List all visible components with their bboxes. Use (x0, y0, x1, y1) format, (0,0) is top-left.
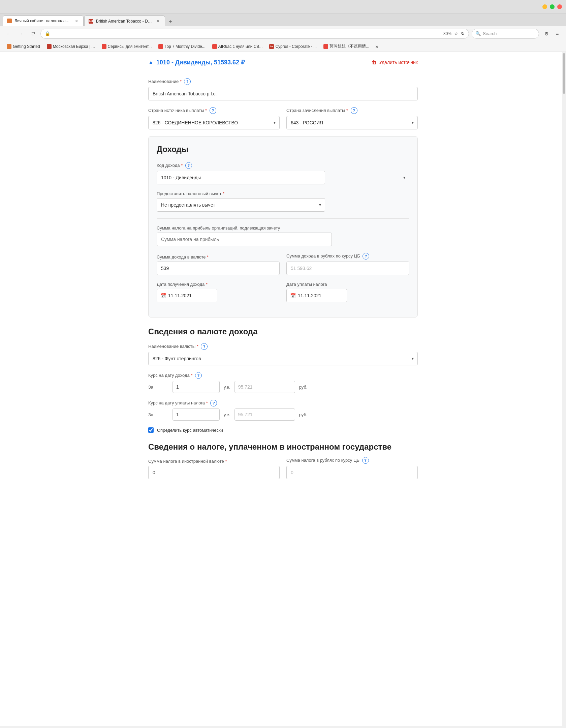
bookmark-mo-label: 莫叫姐姐《不该用情... (329, 43, 369, 49)
bookmark-emitent-label: Сервисы для эмитент... (108, 44, 152, 49)
credit-country-select[interactable]: 643 - РОССИЯ (286, 116, 418, 129)
calendar-icon-2: 📅 (290, 293, 296, 298)
source-country-help-icon[interactable]: ? (210, 107, 216, 114)
tax-foreign-input[interactable] (148, 466, 280, 479)
income-code-select-wrapper: 1010 - Дивиденды (157, 171, 409, 184)
section-title-text: 1010 - Дивиденды, 51593.62 ₽ (156, 59, 245, 66)
section-header: ▲ 1010 - Дивиденды, 51593.62 ₽ 🗑 Удалить… (148, 59, 418, 70)
income-rub-help-icon[interactable]: ? (363, 253, 369, 260)
rate-per-label-1: За (148, 385, 168, 390)
maximize-button[interactable] (550, 4, 555, 9)
bookmark-emitent[interactable]: Сервисы для эмитент... (99, 43, 155, 50)
page-content: ▲ 1010 - Дивиденды, 51593.62 ₽ 🗑 Удалить… (0, 52, 566, 726)
rate-income-field-group: Курс на дату дохода * ? За у.е. 95.721 р… (148, 372, 418, 393)
bookmark-getting-started[interactable]: Getting Started (4, 43, 43, 50)
rate-income-label: Курс на дату дохода * ? (148, 372, 418, 379)
rate-income-quantity-input[interactable] (172, 381, 220, 393)
currency-section-title: Сведения о валюте дохода (148, 327, 418, 336)
rate-rub-label-1: руб. (299, 385, 308, 390)
income-currency-label: Сумма дохода в валюте * (157, 254, 280, 260)
income-date-label: Дата получения дохода * (157, 282, 280, 287)
extensions-icon[interactable]: ⚙ (542, 29, 551, 38)
income-rub-input (286, 262, 409, 275)
foreign-tax-section: Сведения о налоге, уплаченном в иностран… (148, 442, 418, 486)
rate-income-help-icon[interactable]: ? (195, 372, 202, 379)
tax-offset-input[interactable] (157, 233, 332, 246)
source-country-select[interactable]: 826 - СОЕДИНЕННОЕ КОРОЛЕВСТВО (148, 116, 280, 129)
tax-rub-label: Сумма налога в рублях по курсу ЦБ ? (286, 457, 418, 464)
bookmarks-more-icon[interactable]: » (373, 42, 380, 51)
rate-income-value-display: 95.721 (234, 381, 295, 393)
income-currency-input[interactable] (157, 262, 280, 275)
bookmark-star-icon[interactable]: ☆ (454, 31, 458, 36)
tab-1-close[interactable]: ✕ (74, 18, 79, 24)
tab-1-label: Личный кабинет налогоплате... (14, 19, 71, 23)
rate-tax-quantity-input[interactable] (172, 408, 220, 421)
income-currency-field-group: Сумма дохода в валюте * (157, 254, 280, 275)
main-form-container: ▲ 1010 - Дивиденды, 51593.62 ₽ 🗑 Удалить… (138, 52, 428, 493)
country-field-row: Страна источника выплаты * ? 826 - СОЕДИ… (148, 107, 418, 136)
currency-select[interactable]: 826 - Фунт стерлингов (148, 352, 418, 365)
currency-name-label: Наименование валюты * ? (148, 343, 418, 350)
search-icon: 🔍 (475, 31, 481, 36)
auto-rate-checkbox[interactable] (148, 427, 154, 433)
bookmark-airbac[interactable]: AIR6ac с нуля или СВ... (210, 43, 265, 50)
deduction-label: Предоставить налоговый вычет * (157, 191, 409, 196)
back-button[interactable]: ← (4, 29, 13, 38)
tax-rub-help-icon[interactable]: ? (362, 457, 369, 464)
credit-country-help-icon[interactable]: ? (351, 107, 357, 114)
rate-tax-help-icon[interactable]: ? (210, 400, 217, 406)
bookmark-moex[interactable]: Московская Биржа | ... (44, 43, 98, 50)
rate-income-row: За у.е. 95.721 руб. (148, 381, 418, 393)
tab-2-favicon: bat (89, 19, 93, 24)
bookmark-top7[interactable]: Top 7 Monthly Divide... (156, 43, 208, 50)
rate-unit-label-2: у.е. (224, 412, 230, 417)
income-date-input[interactable]: 📅 11.11.2021 (157, 289, 217, 302)
name-input[interactable] (148, 87, 418, 100)
bookmark-mo[interactable]: 莫叫姐姐《不该用情... (321, 42, 372, 50)
collapse-chevron-icon[interactable]: ▲ (148, 59, 154, 65)
new-tab-button[interactable]: + (166, 17, 175, 26)
auto-rate-row: Определить курс автоматически (148, 427, 418, 433)
income-rub-field-group: Сумма дохода в рублях по курсу ЦБ ? (286, 253, 409, 275)
section-title-container: ▲ 1010 - Дивиденды, 51593.62 ₽ (148, 59, 245, 66)
search-bar[interactable]: 🔍 Search (472, 29, 539, 39)
deduction-select[interactable]: Не предоставлять вычет (157, 198, 325, 212)
foreign-tax-title: Сведения о налоге, уплаченном в иностран… (148, 442, 418, 452)
name-field-group: Наименование * ? (148, 78, 418, 100)
address-bar[interactable]: 🔒 80% ☆ ↻ (40, 29, 469, 39)
delete-source-button[interactable]: 🗑 Удалить источник (372, 59, 418, 65)
tax-date-input[interactable]: 📅 11.11.2021 (286, 289, 347, 302)
credit-country-select-wrapper: 643 - РОССИЯ (286, 116, 418, 129)
income-code-label: Код дохода * ? (157, 162, 409, 169)
reload-icon[interactable]: ↻ (461, 31, 465, 36)
rate-per-label-2: За (148, 412, 168, 417)
scrollbar-thumb[interactable] (563, 53, 565, 94)
close-button[interactable] (557, 4, 562, 9)
currency-help-icon[interactable]: ? (201, 343, 208, 350)
divider-1 (157, 218, 409, 219)
currency-name-field-group: Наименование валюты * ? 826 - Фунт стерл… (148, 343, 418, 365)
source-country-field-group: Страна источника выплаты * ? 826 - СОЕДИ… (148, 107, 280, 129)
scrollbar[interactable] (562, 52, 566, 726)
tab-2[interactable]: bat British American Tobacco - Divi... ✕ (84, 16, 165, 26)
tax-date-value: 11.11.2021 (298, 293, 321, 298)
title-bar (0, 0, 566, 13)
bookmark-cyprus[interactable]: bat Cyprus - Corporate - ... (266, 43, 319, 50)
menu-icon[interactable]: ≡ (553, 29, 562, 38)
forward-button[interactable]: → (16, 29, 26, 38)
income-code-select[interactable]: 1010 - Дивиденды (157, 171, 325, 184)
tab-1[interactable]: Личный кабинет налогоплате... ✕ (3, 16, 84, 26)
name-help-icon[interactable]: ? (184, 78, 191, 85)
tab-2-close[interactable]: ✕ (155, 19, 161, 24)
income-rub-label: Сумма дохода в рублях по курсу ЦБ ? (286, 253, 409, 260)
currency-select-wrapper: 826 - Фунт стерлингов (148, 352, 418, 365)
minimize-button[interactable] (542, 4, 547, 9)
source-country-select-wrapper: 826 - СОЕДИНЕННОЕ КОРОЛЕВСТВО (148, 116, 280, 129)
tab-2-label: British American Tobacco - Divi... (96, 19, 153, 24)
income-code-help-icon[interactable]: ? (185, 162, 192, 169)
tax-offset-field-group: Сумма налога на прибыль организаций, под… (157, 225, 409, 246)
tax-date-field-group: Дата уплаты налога 📅 11.11.2021 (286, 282, 409, 302)
credit-country-field-group: Страна зачисления выплаты * ? 643 - РОСС… (286, 107, 418, 129)
nav-bar: ← → 🛡 🔒 80% ☆ ↻ 🔍 Search ⚙ ≡ (0, 26, 566, 41)
